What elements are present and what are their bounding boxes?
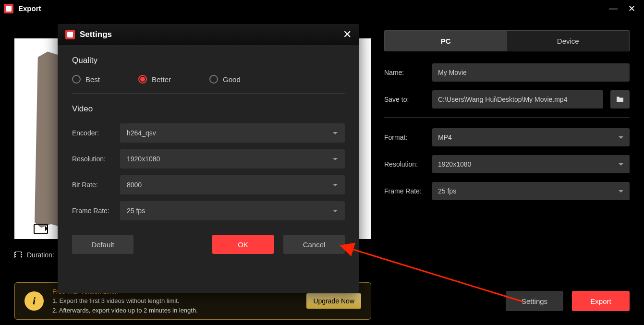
ok-button[interactable]: OK bbox=[212, 235, 274, 254]
modal-resolution-select[interactable]: 1920x1080 bbox=[120, 149, 345, 169]
modal-framerate-label: Frame Rate: bbox=[72, 207, 120, 215]
chevron-down-icon bbox=[332, 182, 338, 188]
chevron-down-icon bbox=[618, 188, 624, 194]
bitrate-select[interactable]: 8000 bbox=[120, 175, 345, 194]
quality-radio-better[interactable]: Better bbox=[138, 75, 171, 84]
trial-line1: 1. Export the first 3 videos without len… bbox=[52, 296, 298, 306]
minimize-icon[interactable]: — bbox=[609, 3, 618, 13]
framerate-select[interactable]: 25 fps bbox=[432, 182, 630, 200]
tab-device[interactable]: Device bbox=[507, 31, 630, 51]
chevron-down-icon bbox=[332, 156, 338, 162]
modal-resolution-label: Resolution: bbox=[72, 155, 120, 163]
modal-close-icon[interactable]: ✕ bbox=[343, 28, 352, 41]
name-label: Name: bbox=[384, 69, 425, 76]
framerate-label: Frame Rate: bbox=[384, 187, 425, 195]
quality-radio-best[interactable]: Best bbox=[72, 75, 100, 84]
quality-section-title: Quality bbox=[72, 56, 345, 65]
save-to-label: Save to: bbox=[384, 96, 425, 103]
info-icon: i bbox=[24, 291, 44, 311]
chevron-down-icon bbox=[618, 134, 624, 140]
browse-folder-button[interactable] bbox=[610, 90, 630, 108]
chevron-down-icon bbox=[618, 161, 624, 167]
quality-radio-good[interactable]: Good bbox=[209, 75, 241, 84]
filmstrip-icon bbox=[14, 252, 22, 258]
chevron-down-icon bbox=[332, 208, 338, 214]
format-select[interactable]: MP4 bbox=[432, 128, 630, 146]
format-label: Format: bbox=[384, 133, 425, 141]
export-options-panel: PC Device Name: Save to: Format: MP4 Res… bbox=[375, 17, 644, 276]
encoder-select[interactable]: h264_qsv bbox=[120, 123, 345, 143]
save-to-input[interactable] bbox=[432, 90, 603, 108]
video-section-title: Video bbox=[72, 104, 345, 114]
modal-title: Settings bbox=[80, 30, 343, 39]
settings-modal: Settings ✕ Quality Best Better Good Vide… bbox=[58, 24, 359, 293]
resolution-label: Resolution: bbox=[384, 160, 425, 168]
radio-icon bbox=[138, 75, 147, 84]
export-button[interactable]: Export bbox=[572, 291, 630, 311]
tab-pc[interactable]: PC bbox=[385, 31, 507, 51]
modal-framerate-select[interactable]: 25 fps bbox=[120, 201, 345, 220]
settings-button[interactable]: Settings bbox=[506, 291, 563, 311]
radio-icon bbox=[209, 75, 218, 84]
titlebar: Export — ✕ bbox=[0, 0, 644, 17]
camera-icon bbox=[34, 224, 48, 234]
chevron-down-icon bbox=[332, 130, 338, 136]
app-logo-icon bbox=[4, 4, 13, 13]
window-title: Export bbox=[18, 4, 609, 12]
encoder-label: Encoder: bbox=[72, 129, 120, 137]
platform-tabs: PC Device bbox=[384, 30, 630, 51]
name-input[interactable] bbox=[432, 63, 630, 82]
bitrate-label: Bit Rate: bbox=[72, 181, 120, 189]
folder-icon bbox=[616, 96, 624, 103]
upgrade-button[interactable]: Upgrade Now bbox=[306, 293, 361, 309]
duration-label: Duration: bbox=[27, 251, 54, 259]
close-icon[interactable]: ✕ bbox=[628, 3, 635, 14]
cancel-button[interactable]: Cancel bbox=[283, 235, 345, 254]
resolution-select[interactable]: 1920x1080 bbox=[432, 155, 630, 173]
trial-line2: 2. Afterwards, export video up to 2 minu… bbox=[52, 306, 298, 315]
app-logo-icon bbox=[65, 30, 75, 39]
radio-icon bbox=[72, 75, 81, 84]
default-button[interactable]: Default bbox=[72, 235, 134, 254]
